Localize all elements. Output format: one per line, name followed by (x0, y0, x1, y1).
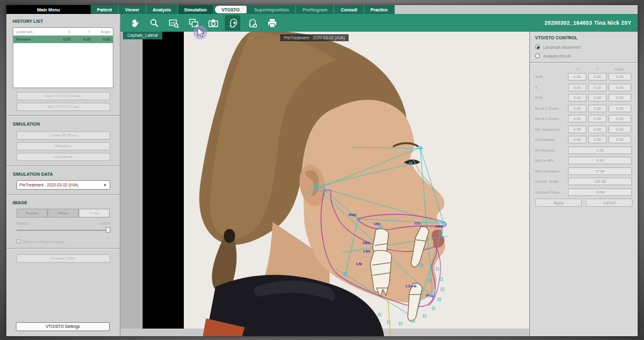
interinc-angle-field[interactable]: 135.38 (568, 178, 632, 185)
history-row-selected[interactable]: Primitive 0.00 0.00 0.00 (13, 36, 113, 43)
image-zoom-icon[interactable] (166, 15, 181, 30)
opacity-slider[interactable] (16, 227, 110, 233)
mx-crown-x-field[interactable]: 0.00 (568, 105, 586, 112)
simulation-data-selected-value: PreTreatment : 2020-03-02 (I/VA) (20, 183, 79, 187)
tab-viewer[interactable]: Viewer (119, 5, 146, 14)
history-table[interactable]: Landmark X Y Angle Primitive 0.00 0.00 0… (13, 27, 113, 88)
vto-sto-settings-button[interactable]: VTO/STO Settings (16, 322, 110, 331)
md-crown-y-field[interactable]: 0.00 (588, 115, 607, 122)
md1-to-apo-field[interactable]: 0.20 (568, 157, 632, 164)
landmark-label-l6r[interactable]: L6r (356, 262, 362, 266)
history-list-title: HISTORY LIST (6, 14, 120, 26)
opacity-value: 100% (100, 221, 110, 225)
print-icon[interactable] (264, 15, 280, 30)
md-osteotomy-y-field[interactable]: 0.00 (588, 126, 607, 133)
landmark-label-u1r[interactable]: U1r (415, 221, 421, 225)
landmark-label-ans[interactable]: ANS (435, 225, 443, 228)
landmark-label-pog[interactable]: Pog (426, 294, 433, 298)
occlusal-plane-field[interactable]: 15.84 (568, 188, 632, 196)
return-original-row: Return to Original Image (16, 239, 110, 244)
row-md1-inclination: Md1 Inclination 17.84 (535, 167, 633, 175)
comparing-button[interactable]: Comparing (16, 153, 110, 161)
row-label: Md1 Inclination (535, 169, 568, 173)
pns-x-field[interactable]: 0.00 (568, 94, 586, 101)
a-y-field[interactable]: 0.00 (588, 84, 607, 91)
top-bar: Main Menu Patient Viewer Analysis Simula… (6, 5, 638, 14)
col-x: X (568, 67, 588, 71)
a-angle-field[interactable]: 0.00 (609, 84, 631, 91)
radio-analysis-result[interactable]: Analysis Result (535, 53, 633, 58)
ceph-canvas[interactable]: Cephalo_Lateral PreTreatment : 2020-03-0… (120, 32, 529, 336)
pan-hand-icon[interactable] (127, 15, 142, 30)
col-angle: Angle (91, 30, 110, 34)
md1-inclination-field[interactable]: 17.84 (568, 167, 632, 175)
tab-superimposition[interactable]: Superimposition (248, 5, 296, 14)
camera-icon[interactable] (205, 15, 221, 30)
view-tab-cephalo-lateral[interactable]: Cephalo_Lateral (123, 32, 162, 39)
ans-x-field[interactable]: 0.00 (568, 73, 586, 81)
module-tabs: Patient Viewer Analysis Simulation VTOST… (91, 5, 395, 14)
md-osteotomy-angle-field[interactable]: 0.00 (609, 126, 631, 133)
tab-vtosto[interactable]: VTOSTO (215, 6, 247, 13)
ans-y-field[interactable]: 0.00 (588, 73, 607, 81)
main-menu-bar[interactable]: Main Menu (6, 5, 91, 14)
zoom-icon[interactable] (146, 15, 162, 30)
edit-vto-sto-list-button[interactable]: Edit VTO/STO List (16, 103, 110, 111)
app-window: Main Menu Patient Viewer Analysis Simula… (6, 5, 638, 336)
mx-crown-y-field[interactable]: 0.00 (588, 105, 607, 112)
slider-thumb[interactable] (106, 227, 110, 233)
tab-consult[interactable]: Consult (334, 5, 364, 14)
tab-analysis[interactable]: Analysis (146, 5, 178, 14)
ans-angle-field[interactable]: 0.00 (609, 73, 631, 81)
history-cell-y: 0.00 (70, 37, 90, 41)
return-original-checkbox[interactable] (16, 239, 21, 244)
analysis-chart-button[interactable]: Analysis Chart (16, 254, 110, 263)
md-crown-x-field[interactable]: 0.00 (568, 115, 586, 122)
landmark-label-l1rb[interactable]: L1r+B (406, 284, 416, 288)
apply-button[interactable]: Apply (535, 199, 582, 207)
image-mode-xray[interactable]: X-ray (79, 209, 110, 218)
history-cell-angle: 0.00 (91, 37, 110, 41)
row-label: Interinc. Angle (535, 180, 568, 183)
face-simulation-icon[interactable] (225, 15, 240, 30)
face-compare-icon[interactable] (245, 15, 260, 30)
image-mode-photo[interactable]: Photo (48, 209, 79, 218)
tab-practice[interactable]: Practice (364, 5, 395, 14)
landmark-label-l6d[interactable]: L6d (363, 249, 370, 253)
md-crown-angle-field[interactable]: 0.00 (609, 115, 631, 122)
left-sidebar: HISTORY LIST Landmark X Y Angle Primitiv… (6, 14, 120, 336)
treatment-overlay-label: PreTreatment : 2020-03-02 (I/VA) (280, 34, 349, 41)
mx-crown-angle-field[interactable]: 0.00 (609, 105, 631, 112)
history-cell-landmark: Primitive (16, 37, 51, 41)
md-rotation-field[interactable]: 0.00 (568, 147, 632, 154)
history-table-header: Landmark X Y Angle (13, 28, 113, 36)
landmark-label-u6r[interactable]: U6r (374, 222, 380, 226)
row-label: Md Rotation (535, 148, 568, 152)
radio-icon[interactable] (535, 53, 540, 58)
pns-angle-field[interactable]: 0.00 (609, 94, 631, 101)
image-mode-texture[interactable]: Texture (16, 209, 48, 218)
radio-landmark-movement[interactable]: Landmark Movement (535, 44, 633, 49)
genioplasty-y-field[interactable]: 0.00 (588, 136, 607, 143)
landmark-label-pns[interactable]: PNS (349, 213, 356, 217)
tab-simulation[interactable]: Simulation (178, 5, 214, 14)
genioplasty-x-field[interactable]: 0.00 (568, 136, 586, 143)
tab-patient[interactable]: Patient (91, 5, 119, 14)
a-x-field[interactable]: 0.00 (568, 84, 586, 91)
tab-profilogram[interactable]: Profilogram (296, 5, 334, 14)
create-3d-photo-button[interactable]: Create 3D Photo (16, 131, 110, 140)
simulation-data-select[interactable]: PreTreatment : 2020-03-02 (I/VA) ▼ (16, 180, 110, 190)
row-genioplasty: Genioplasty 0.00 0.00 0.00 (535, 136, 633, 143)
genioplasty-angle-field[interactable]: 0.00 (609, 136, 631, 143)
cancel-button[interactable]: Cancel (586, 199, 633, 207)
morphing-button[interactable]: Morphing (16, 142, 110, 150)
radio-icon[interactable] (535, 44, 540, 49)
landmark-label-u6d[interactable]: U6d (363, 241, 370, 245)
row-label: Md1 to APo (535, 159, 568, 162)
divider (530, 62, 638, 63)
pns-y-field[interactable]: 0.00 (588, 94, 607, 101)
md-osteotomy-x-field[interactable]: 0.00 (568, 126, 586, 133)
row-md1-to-apo: Md1 to APo 0.20 (535, 157, 633, 164)
screen: Main Menu Patient Viewer Analysis Simula… (0, 0, 644, 340)
save-vto-sto-data-button[interactable]: Save VTO/STO Data (16, 92, 110, 100)
